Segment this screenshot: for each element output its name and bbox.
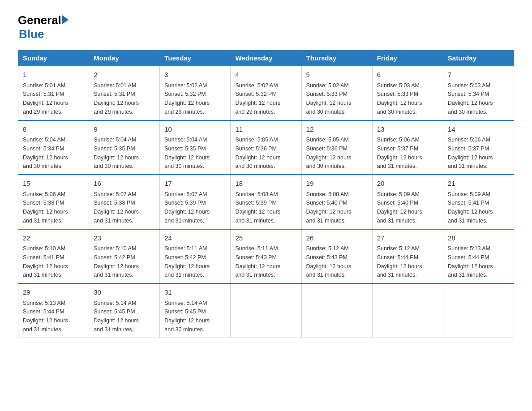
sunrise-info: Sunrise: 5:06 AM <box>23 191 65 197</box>
sunset-info: Sunset: 5:36 PM <box>235 146 276 152</box>
calendar-cell: 25Sunrise: 5:11 AMSunset: 5:43 PMDayligh… <box>231 229 301 284</box>
day-number: 9 <box>94 124 155 135</box>
sunset-info: Sunset: 5:32 PM <box>235 91 276 97</box>
sunset-info: Sunset: 5:40 PM <box>377 200 418 206</box>
calendar-cell: 2Sunrise: 5:01 AMSunset: 5:31 PMDaylight… <box>89 66 160 120</box>
calendar-cell: 18Sunrise: 5:08 AMSunset: 5:39 PMDayligh… <box>231 175 301 229</box>
week-row-5: 29Sunrise: 5:13 AMSunset: 5:44 PMDayligh… <box>18 283 514 338</box>
daylight-label: Daylight: 12 hours <box>94 209 139 215</box>
daylight-minutes: and 29 minutes. <box>23 109 63 115</box>
day-number: 29 <box>23 287 84 298</box>
day-number: 8 <box>23 124 84 135</box>
sunset-info: Sunset: 5:36 PM <box>306 146 348 152</box>
sunrise-info: Sunrise: 5:03 AM <box>377 82 420 89</box>
day-number: 28 <box>448 233 509 244</box>
day-number: 27 <box>377 233 438 244</box>
daylight-label: Daylight: 12 hours <box>306 209 352 215</box>
calendar-cell: 11Sunrise: 5:05 AMSunset: 5:36 PMDayligh… <box>231 120 301 175</box>
logo-blue-text: Blue <box>19 27 44 41</box>
daylight-label: Daylight: 12 hours <box>377 100 422 106</box>
calendar-cell: 20Sunrise: 5:09 AMSunset: 5:40 PMDayligh… <box>372 175 443 229</box>
page-header: General Blue <box>18 13 514 41</box>
day-number: 2 <box>94 70 155 80</box>
calendar-cell: 31Sunrise: 5:14 AMSunset: 5:45 PMDayligh… <box>160 283 231 338</box>
column-header-tuesday: Tuesday <box>160 51 231 66</box>
column-header-monday: Monday <box>89 51 160 66</box>
daylight-minutes: and 29 minutes. <box>164 109 204 115</box>
sunset-info: Sunset: 5:42 PM <box>94 254 135 261</box>
calendar-cell: 22Sunrise: 5:10 AMSunset: 5:41 PMDayligh… <box>18 229 89 284</box>
sunset-info: Sunset: 5:35 PM <box>164 146 206 152</box>
sunrise-info: Sunrise: 5:03 AM <box>448 82 490 89</box>
column-header-sunday: Sunday <box>18 51 89 66</box>
daylight-minutes: and 31 minutes. <box>306 272 346 278</box>
sunrise-info: Sunrise: 5:04 AM <box>94 137 136 143</box>
daylight-label: Daylight: 12 hours <box>306 154 352 161</box>
daylight-label: Daylight: 12 hours <box>23 263 68 270</box>
day-number: 25 <box>235 233 296 244</box>
sunrise-info: Sunrise: 5:12 AM <box>306 245 349 252</box>
calendar-cell: 8Sunrise: 5:04 AMSunset: 5:34 PMDaylight… <box>18 120 89 175</box>
sunrise-info: Sunrise: 5:02 AM <box>235 82 278 89</box>
day-number: 15 <box>23 179 84 189</box>
day-number: 22 <box>23 233 84 244</box>
day-number: 3 <box>164 70 226 80</box>
sunset-info: Sunset: 5:43 PM <box>306 254 348 261</box>
daylight-minutes: and 31 minutes. <box>164 218 204 224</box>
daylight-label: Daylight: 12 hours <box>164 317 210 324</box>
daylight-minutes: and 31 minutes. <box>235 272 275 278</box>
logo-general-text: General <box>18 13 61 27</box>
daylight-minutes: and 31 minutes. <box>164 272 204 278</box>
daylight-minutes: and 30 minutes. <box>235 163 275 169</box>
calendar-table: SundayMondayTuesdayWednesdayThursdayFrid… <box>18 50 514 338</box>
daylight-label: Daylight: 12 hours <box>235 263 280 270</box>
daylight-minutes: and 31 minutes. <box>377 163 417 169</box>
day-number: 24 <box>164 233 226 244</box>
daylight-label: Daylight: 12 hours <box>235 100 280 106</box>
calendar-cell: 15Sunrise: 5:06 AMSunset: 5:38 PMDayligh… <box>18 175 89 229</box>
daylight-label: Daylight: 12 hours <box>164 154 210 161</box>
sunrise-info: Sunrise: 5:05 AM <box>235 137 278 143</box>
calendar-cell <box>443 283 514 338</box>
sunrise-info: Sunrise: 5:07 AM <box>164 191 207 197</box>
daylight-label: Daylight: 12 hours <box>164 100 210 106</box>
daylight-label: Daylight: 12 hours <box>306 263 352 270</box>
sunset-info: Sunset: 5:34 PM <box>23 146 64 152</box>
sunset-info: Sunset: 5:31 PM <box>94 91 135 97</box>
day-number: 11 <box>235 124 296 135</box>
daylight-label: Daylight: 12 hours <box>235 154 280 161</box>
sunrise-info: Sunrise: 5:13 AM <box>448 245 490 252</box>
sunset-info: Sunset: 5:37 PM <box>448 146 489 152</box>
calendar-cell: 27Sunrise: 5:12 AMSunset: 5:44 PMDayligh… <box>372 229 443 284</box>
day-number: 7 <box>448 70 509 80</box>
sunset-info: Sunset: 5:39 PM <box>164 200 206 206</box>
sunrise-info: Sunrise: 5:10 AM <box>23 245 65 252</box>
daylight-label: Daylight: 12 hours <box>164 209 210 215</box>
sunrise-info: Sunrise: 5:06 AM <box>377 137 420 143</box>
sunrise-info: Sunrise: 5:12 AM <box>377 245 420 252</box>
sunrise-info: Sunrise: 5:07 AM <box>94 191 136 197</box>
sunrise-info: Sunrise: 5:10 AM <box>94 245 136 252</box>
day-number: 26 <box>306 233 368 244</box>
day-number: 5 <box>306 70 368 80</box>
day-number: 20 <box>377 179 438 189</box>
daylight-label: Daylight: 12 hours <box>235 209 280 215</box>
calendar-cell <box>301 283 372 338</box>
sunset-info: Sunset: 5:38 PM <box>94 200 135 206</box>
daylight-minutes: and 30 minutes. <box>23 163 63 169</box>
sunset-info: Sunset: 5:42 PM <box>164 254 206 261</box>
week-row-4: 22Sunrise: 5:10 AMSunset: 5:41 PMDayligh… <box>18 229 514 284</box>
sunset-info: Sunset: 5:39 PM <box>235 200 276 206</box>
daylight-minutes: and 30 minutes. <box>448 109 488 115</box>
day-number: 14 <box>448 124 509 135</box>
sunset-info: Sunset: 5:40 PM <box>306 200 348 206</box>
calendar-cell: 3Sunrise: 5:02 AMSunset: 5:32 PMDaylight… <box>160 66 231 120</box>
calendar-cell: 6Sunrise: 5:03 AMSunset: 5:33 PMDaylight… <box>372 66 443 120</box>
daylight-minutes: and 31 minutes. <box>306 218 346 224</box>
calendar-cell: 28Sunrise: 5:13 AMSunset: 5:44 PMDayligh… <box>443 229 514 284</box>
sunset-info: Sunset: 5:37 PM <box>377 146 418 152</box>
daylight-label: Daylight: 12 hours <box>23 209 68 215</box>
sunrise-info: Sunrise: 5:06 AM <box>448 137 490 143</box>
sunrise-info: Sunrise: 5:13 AM <box>23 300 65 306</box>
daylight-minutes: and 31 minutes. <box>94 326 133 333</box>
